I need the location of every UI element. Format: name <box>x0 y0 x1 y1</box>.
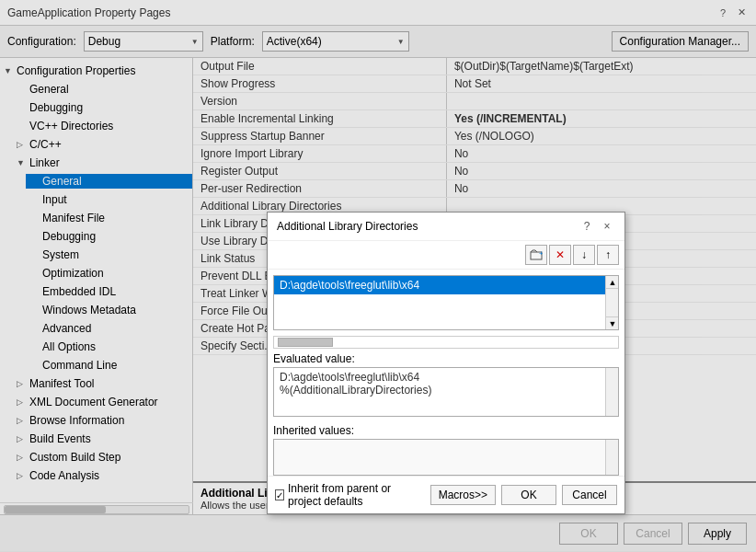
modal-move-up-button[interactable]: ↑ <box>597 245 619 265</box>
modal-dialog: Additional Library Directories ? × + ✕ ↓… <box>267 212 625 514</box>
modal-ok-button[interactable]: OK <box>501 485 556 505</box>
eval-line-2: %(AdditionalLibraryDirectories) <box>280 384 613 397</box>
evaluated-box: D:\agde\tools\freeglut\lib\x64 %(Additio… <box>273 367 619 417</box>
eval-vscrollbar[interactable] <box>605 368 618 416</box>
modal-controls: ? × <box>578 218 615 235</box>
modal-help-button[interactable]: ? <box>578 218 595 235</box>
inherit-checkbox-row: ✓ Inherit from parent or project default… <box>275 482 425 508</box>
modal-cancel-button[interactable]: Cancel <box>562 485 617 505</box>
macros-button[interactable]: Macros>> <box>430 485 496 505</box>
folder-add-icon: + <box>530 248 543 261</box>
modal-scroll-up-btn[interactable]: ▲ <box>606 276 619 289</box>
modal-delete-button[interactable]: ✕ <box>549 245 571 265</box>
modal-list-item[interactable]: D:\agde\tools\freeglut\lib\x64 <box>274 276 618 294</box>
modal-title: Additional Library Directories <box>277 220 418 233</box>
inherited-label: Inherited values: <box>268 420 624 439</box>
modal-overlay: Additional Library Directories ? × + ✕ ↓… <box>0 0 756 552</box>
evaluated-label: Evaluated value: <box>268 349 624 367</box>
modal-close-button[interactable]: × <box>599 218 615 235</box>
inherit-checkbox[interactable]: ✓ <box>275 489 284 500</box>
modal-scroll-down-btn[interactable]: ▼ <box>606 316 619 329</box>
modal-list[interactable]: D:\agde\tools\freeglut\lib\x64 ▲ ▼ <box>273 275 619 330</box>
modal-footer: ✓ Inherit from parent or project default… <box>268 476 624 513</box>
inherited-box <box>273 439 619 476</box>
modal-vscrollbar[interactable]: ▲ ▼ <box>605 276 618 329</box>
svg-text:+: + <box>539 249 543 258</box>
inherit-checkbox-label: Inherit from parent or project defaults <box>288 482 425 508</box>
modal-title-bar: Additional Library Directories ? × <box>268 213 624 241</box>
check-mark-icon: ✓ <box>276 490 283 500</box>
modal-move-down-button[interactable]: ↓ <box>573 245 595 265</box>
modal-toolbar: + ✕ ↓ ↑ <box>268 241 624 270</box>
modal-add-button[interactable]: + <box>525 245 547 265</box>
inherit-vscrollbar[interactable] <box>605 440 618 475</box>
modal-hscrollbar[interactable] <box>273 336 619 349</box>
modal-hscroll-thumb <box>278 338 333 347</box>
eval-line-1: D:\agde\tools\freeglut\lib\x64 <box>280 371 613 384</box>
